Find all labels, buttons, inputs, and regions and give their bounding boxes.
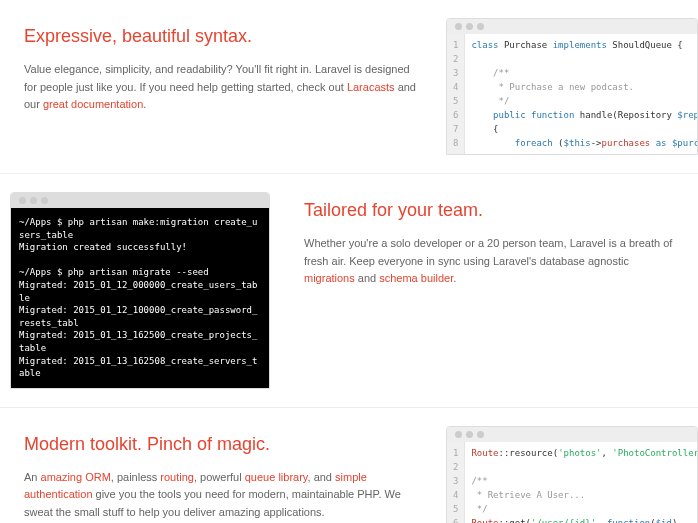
paragraph: An amazing ORM, painless routing, powerf…: [24, 469, 416, 522]
traffic-light-icon: [477, 23, 484, 30]
terminal-content: ~/Apps $ php artisan make:migration crea…: [11, 208, 269, 388]
window-titlebar: [447, 427, 697, 442]
traffic-light-icon: [466, 431, 473, 438]
line-gutter: 12345678: [447, 34, 465, 154]
orm-link[interactable]: amazing ORM: [41, 471, 111, 483]
window-titlebar: [447, 19, 697, 34]
documentation-link[interactable]: great documentation: [43, 98, 143, 110]
routing-link[interactable]: routing: [160, 471, 194, 483]
line-gutter: 12345678: [447, 442, 465, 523]
section-tailored: ~/Apps $ php artisan make:migration crea…: [0, 174, 698, 408]
migrations-link[interactable]: migrations: [304, 272, 355, 284]
schema-builder-link[interactable]: schema builder: [379, 272, 453, 284]
section-modern: Modern toolkit. Pinch of magic. An amazi…: [0, 408, 698, 523]
traffic-light-icon: [477, 431, 484, 438]
queue-link[interactable]: queue library: [245, 471, 308, 483]
laracasts-link[interactable]: Laracasts: [347, 81, 395, 93]
traffic-light-icon: [19, 197, 26, 204]
terminal-window: ~/Apps $ php artisan make:migration crea…: [0, 192, 270, 389]
traffic-light-icon: [41, 197, 48, 204]
heading: Expressive, beautiful syntax.: [24, 26, 416, 47]
window-titlebar: [11, 193, 269, 208]
heading: Modern toolkit. Pinch of magic.: [24, 434, 416, 455]
paragraph: Whether you're a solo developer or a 20 …: [304, 235, 674, 288]
text-column: Modern toolkit. Pinch of magic. An amazi…: [0, 426, 426, 523]
code-window: 12345678 Route::resource('photos', 'Phot…: [446, 426, 698, 523]
code-content: class Purchase implements ShouldQueue { …: [465, 34, 697, 154]
text-column: Expressive, beautiful syntax. Value eleg…: [0, 18, 426, 122]
text-column: Tailored for your team. Whether you're a…: [290, 192, 698, 296]
heading: Tailored for your team.: [304, 200, 674, 221]
section-expressive: Expressive, beautiful syntax. Value eleg…: [0, 0, 698, 174]
traffic-light-icon: [455, 431, 462, 438]
paragraph: Value elegance, simplicity, and readabil…: [24, 61, 416, 114]
traffic-light-icon: [466, 23, 473, 30]
traffic-light-icon: [455, 23, 462, 30]
code-content: Route::resource('photos', 'PhotoControll…: [465, 442, 697, 523]
code-window: 12345678 class Purchase implements Shoul…: [446, 18, 698, 155]
traffic-light-icon: [30, 197, 37, 204]
